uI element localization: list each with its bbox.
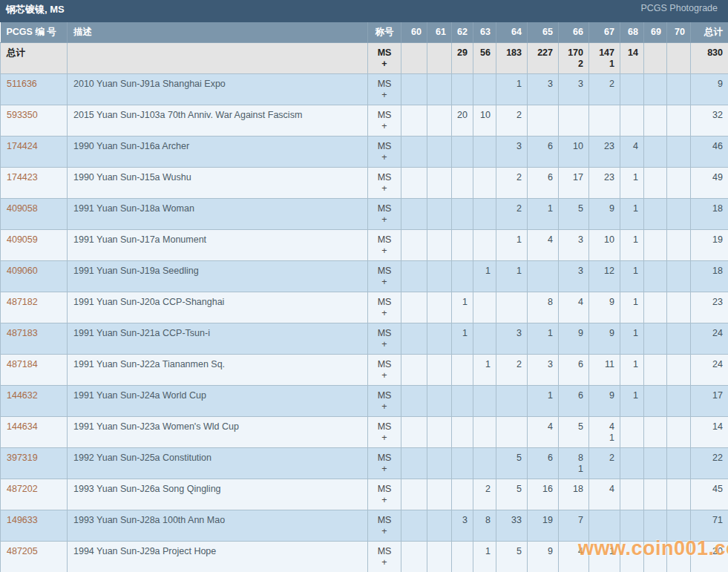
grade-61-count-cell [427, 354, 452, 385]
col-header-pcgs-number: PCGS 编 号 [1, 22, 68, 42]
row-total-cell: 17 [691, 385, 728, 416]
grade-63-count-cell [473, 447, 496, 479]
col-header-grade-62: 62 [452, 22, 473, 42]
grade-63-count-cell: 2 [473, 479, 496, 510]
grade-60-count-cell [401, 354, 427, 385]
grade-70-count-cell [667, 385, 691, 416]
grade-67-count-cell: 1471 [589, 42, 620, 73]
pcgs-number-link[interactable]: 487184 [1, 354, 68, 385]
grade-69-count-cell [644, 198, 667, 229]
grade-63-count-cell [473, 292, 496, 323]
designation-cell: MS+ [368, 385, 401, 416]
description-cell [68, 42, 368, 73]
pcgs-number-link[interactable]: 144632 [1, 385, 68, 416]
grade-68-count-cell [620, 105, 644, 136]
pcgs-number-link[interactable]: 487183 [1, 323, 68, 354]
grade-67-count-cell: 1 [589, 541, 620, 572]
grade-68-count-cell: 4 [620, 136, 644, 167]
coin-row: 1446341991 Yuan Sun-J23a Women's Wld Cup… [1, 416, 728, 447]
grade-69-count-cell [644, 105, 667, 136]
pcgs-number-link[interactable]: 174424 [1, 136, 68, 167]
grade-68-count-cell: 14 [620, 42, 644, 73]
grade-68-count-cell [620, 73, 644, 105]
grade-62-count-cell [452, 167, 473, 198]
grade-63-count-cell [473, 416, 496, 447]
description-cell: 2015 Yuan Sun-J103a 70th Anniv. War Agai… [68, 105, 368, 136]
grade-64-count-cell: 2 [496, 354, 528, 385]
coin-row: 4090601991 Yuan Sun-J19a SeedlingMS+1131… [1, 260, 728, 292]
description-cell: 1991 Yuan Sun-J19a Seedling [68, 260, 368, 292]
grade-68-count-cell: 1 [620, 260, 644, 292]
grade-65-count-cell: 8 [528, 292, 559, 323]
column-header-row: PCGS 编 号 描述 称号 6061626364656667686970总计 [1, 22, 728, 42]
grade-70-count-cell [667, 479, 691, 510]
designation-cell: MS+ [368, 354, 401, 385]
row-total-cell: 9 [691, 73, 728, 105]
grade-63-count-cell: 10 [473, 105, 496, 136]
grade-69-count-cell [644, 229, 667, 260]
description-cell: 1991 Yuan Sun-J18a Woman [68, 198, 368, 229]
pcgs-number-link[interactable]: 511636 [1, 73, 68, 105]
grade-64-count-cell: 2 [496, 198, 528, 229]
grade-61-count-cell [427, 292, 452, 323]
grade-66-count-cell: 5 [559, 416, 589, 447]
grade-67-count-cell: 4 [589, 479, 620, 510]
coin-row: 5116362010 Yuan Sun-J91a Shanghai ExpoMS… [1, 73, 728, 105]
grade-68-count-cell [620, 510, 644, 541]
col-header-description: 描述 [68, 22, 368, 42]
col-header-grade-63: 63 [473, 22, 496, 42]
designation-cell: MS+ [368, 323, 401, 354]
description-cell: 1991 Yuan Sun-J17a Monument [68, 229, 368, 260]
grade-61-count-cell [427, 510, 452, 541]
grade-62-count-cell: 20 [452, 105, 473, 136]
pcgs-number-link[interactable]: 409059 [1, 229, 68, 260]
grade-62-count-cell [452, 198, 473, 229]
pcgs-number-link[interactable]: 409060 [1, 260, 68, 292]
pcgs-number-link[interactable]: 487205 [1, 541, 68, 572]
row-total-cell: 24 [691, 323, 728, 354]
pcgs-number-link[interactable]: 409058 [1, 198, 68, 229]
designation-cell: MS+ [368, 105, 401, 136]
grade-60-count-cell [401, 541, 427, 572]
grade-61-count-cell [427, 447, 452, 479]
grade-69-count-cell [644, 541, 667, 572]
grade-64-count-cell: 5 [496, 447, 528, 479]
pcgs-number-link[interactable]: 487182 [1, 292, 68, 323]
pcgs-number-link[interactable]: 144634 [1, 416, 68, 447]
grade-65-count-cell [528, 260, 559, 292]
grade-65-count-cell: 6 [528, 136, 559, 167]
grade-60-count-cell [401, 416, 427, 447]
grade-62-count-cell [452, 385, 473, 416]
coin-row: 4872021993 Yuan Sun-J26a Song QinglingMS… [1, 479, 728, 510]
pcgs-number-link[interactable]: 149633 [1, 510, 68, 541]
col-header-grade-67: 67 [589, 22, 620, 42]
grade-69-count-cell [644, 416, 667, 447]
photograde-link[interactable]: PCGS Photograde [640, 3, 718, 13]
grade-68-count-cell [620, 447, 644, 479]
designation-cell: MS+ [368, 73, 401, 105]
description-cell: 1992 Yuan Sun-J25a Constitution [68, 447, 368, 479]
coin-row: 1496331993 Yuan Sun-J28a 100th Ann MaoMS… [1, 510, 728, 541]
description-cell: 1990 Yuan Sun-J15a Wushu [68, 167, 368, 198]
grade-65-count-cell: 1 [528, 385, 559, 416]
grade-64-count-cell: 5 [496, 541, 528, 572]
grade-63-count-cell [473, 229, 496, 260]
pcgs-number-link[interactable]: 593350 [1, 105, 68, 136]
grade-60-count-cell [401, 292, 427, 323]
grade-64-count-cell [496, 385, 528, 416]
grade-67-count-cell: 9 [589, 198, 620, 229]
pcgs-number-link[interactable]: 487202 [1, 479, 68, 510]
grade-67-count-cell: 12 [589, 260, 620, 292]
grade-67-count-cell: 2 [589, 447, 620, 479]
grade-60-count-cell [401, 198, 427, 229]
grade-67-count-cell: 23 [589, 167, 620, 198]
grade-64-count-cell: 2 [496, 167, 528, 198]
coin-row: 4871841991 Yuan Sun-J22a Tiananmen Sq.MS… [1, 354, 728, 385]
grade-67-count-cell [589, 510, 620, 541]
grade-68-count-cell [620, 479, 644, 510]
col-header-grade-66: 66 [559, 22, 589, 42]
grade-68-count-cell: 1 [620, 229, 644, 260]
pcgs-number-link[interactable]: 174423 [1, 167, 68, 198]
pcgs-number-link[interactable]: 397319 [1, 447, 68, 479]
grade-60-count-cell [401, 447, 427, 479]
